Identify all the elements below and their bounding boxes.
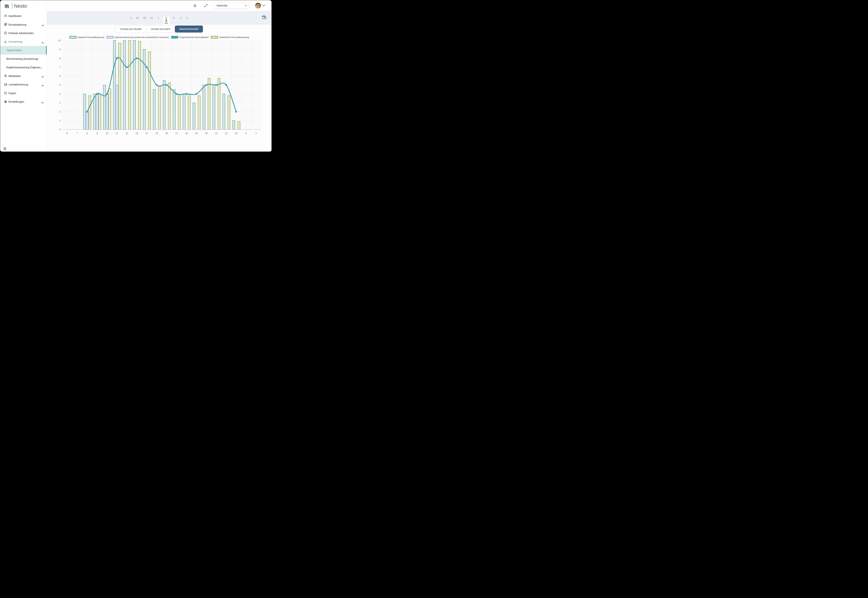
next-day-chevron[interactable]: › [185,16,190,20]
svg-text:2: 2 [59,111,61,113]
chevron-down-icon [42,24,44,27]
legend-geplante-personalbesetzung[interactable]: Geplante Personalbesetzung [69,36,105,39]
tab-umsatz-pro-stunde[interactable]: Umsatz pro Stunde [115,25,146,33]
sidebar-item-mitarbeiter[interactable]: Mitarbeiter [0,72,47,80]
sidebar-item-dashboard[interactable]: Dashboard [0,12,47,20]
svg-text:0: 0 [59,128,61,131]
tab-umsatz-kumuliert[interactable]: Umsatz kumuliert [146,25,175,33]
sidebar-item-lohnabrechnung[interactable]: Lohnabrechnung [0,80,47,89]
topbar: Karlsruhe [47,0,272,11]
svg-text:6: 6 [59,75,61,78]
legend-swatch-geplante [69,36,76,39]
gear-icon [4,100,7,103]
svg-text:19: 19 [195,132,197,135]
chevron-down-icon [42,101,44,104]
svg-text:17: 17 [175,132,178,135]
sidebar-nav: Dashboard Einsatzplanung Erfasste Arbeit… [0,12,47,106]
date-3[interactable]: 3 [170,16,178,19]
brand-mark-icon: nn [5,3,10,9]
date-navigation: ‹ 29 30 31 1 Fr 2 Feb 3 4 › [128,11,190,25]
date-navigation-bar: ‹ 29 30 31 1 Fr 2 Feb 3 4 › [47,11,272,25]
chevron-up-icon [42,41,44,44]
svg-text:7: 7 [59,66,61,69]
user-menu-chevron-icon[interactable] [262,4,265,7]
location-select[interactable]: Karlsruhe [214,2,249,9]
location-select-value: Karlsruhe [217,4,227,7]
svg-text:22: 22 [225,132,227,135]
avatar-image [255,3,261,9]
sidebar-item-export[interactable]: Export [0,89,47,97]
chevron-down-icon [42,84,44,87]
legend-swatch-prognostizierter [171,36,178,39]
wallet-icon [4,83,7,86]
user-edit-icon [4,74,7,78]
svg-text:14: 14 [145,132,148,135]
legend-tatsaechliche-personalbesetzung[interactable]: Tatsächliche Personalbesetzung [211,36,249,39]
selected-date-card[interactable]: Fr 2 Feb [163,16,170,25]
legend-prognostizierter-personalbedarf[interactable]: Prognostizierter Personalbedarf [171,36,209,39]
legend-optimale-besetzung[interactable]: Optimale Besetzung (anhand des tatsächli… [107,36,169,39]
staffing-chart[interactable]: 0123456789106789101112131415161718192021… [54,39,262,137]
svg-text:4: 4 [59,93,61,95]
date-30[interactable]: 30 [141,16,148,19]
prev-day-chevron[interactable]: ‹ [128,16,134,20]
sidebar-item-auswertung[interactable]: Auswertung [0,37,47,46]
svg-text:8: 8 [59,57,61,60]
svg-text:9: 9 [59,48,61,51]
chevron-down-icon [42,75,44,78]
svg-text:9: 9 [96,132,97,135]
svg-text:16: 16 [165,132,168,135]
svg-text:15: 15 [155,132,158,135]
legend-swatch-tatsaechliche [211,36,218,39]
sidebar-item-erfasste-arbeitszeiten[interactable]: Erfasste Arbeitszeiten [0,29,47,37]
svg-text:18: 18 [185,132,188,135]
svg-text:23: 23 [235,132,237,135]
svg-text:13: 13 [136,132,138,135]
svg-text:20: 20 [205,132,208,135]
svg-text:21: 21 [215,132,218,135]
date-1[interactable]: 1 [155,16,162,19]
svg-text:6: 6 [66,132,68,135]
logo-divider [12,3,12,9]
dashboard-icon [4,14,7,18]
svg-text:11: 11 [116,132,118,135]
tab-mitarbeiterbedarf[interactable]: Mitarbeiterbedarf [175,25,203,33]
svg-text:1: 1 [255,132,257,135]
sidebar-item-einsatzplanung[interactable]: Einsatzplanung [0,20,47,28]
svg-text:3: 3 [59,102,61,104]
sidebar: nn Nesto Dashboard Einsatzplanung Erfass… [0,0,47,152]
export-icon [4,91,7,95]
date-29[interactable]: 29 [134,16,141,19]
chart-legend: Geplante Personalbesetzung Optimale Bese… [69,36,249,39]
sidebar-item-benchmarking[interactable]: Benchmarking (Auswertung) [0,55,47,63]
chevron-down-icon [245,5,247,6]
selected-day: 2 [166,19,167,22]
user-avatar[interactable] [255,3,261,9]
legend-swatch-optimale [107,36,114,39]
fullscreen-icon[interactable] [204,4,207,8]
bar-chart-icon [4,40,7,43]
brand-logo: nn Nesto [5,2,27,10]
svg-text:5: 5 [59,84,61,86]
brand-name: Nesto [14,3,27,9]
clock-icon [4,31,7,35]
svg-text:12: 12 [125,132,128,135]
app-window: nn Nesto Dashboard Einsatzplanung Erfass… [0,0,272,152]
selected-month: Feb [164,22,168,24]
collapse-sidebar-icon[interactable] [3,147,6,151]
sidebar-item-tagesanalyse[interactable]: Tagesanalyse [0,46,47,55]
sidebar-footer [0,146,47,152]
svg-text:7: 7 [76,132,78,135]
selected-weekday: Fr [166,17,167,19]
date-31[interactable]: 31 [148,16,155,19]
analysis-panel: Umsatz pro Stunde Umsatz kumuliert Mitar… [47,25,272,152]
svg-text:1: 1 [59,119,61,122]
calendar-clock-icon[interactable] [262,15,267,20]
sidebar-item-ergebnisauswertung[interactable]: Ergebnisauswertung (Tagesau... [0,63,47,72]
notifications-bell-icon[interactable] [193,4,197,8]
svg-text:10: 10 [106,132,108,135]
sidebar-item-einstellungen[interactable]: Einstellungen [0,97,47,106]
svg-text:8: 8 [87,132,88,135]
planning-grid-icon [4,23,7,26]
date-4[interactable]: 4 [178,16,185,19]
